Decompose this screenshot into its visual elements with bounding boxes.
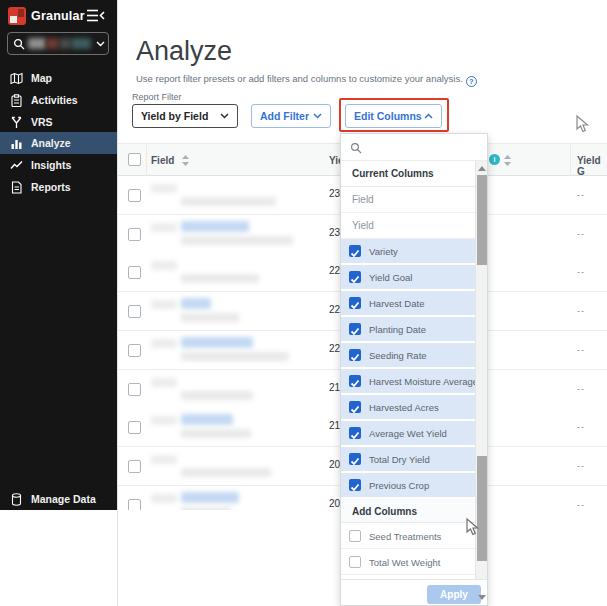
column-option-unchecked[interactable]: Total Wet Weight (341, 549, 475, 575)
sidebar-item-manage-data[interactable]: Manage Data (0, 488, 117, 510)
collapse-sidebar-icon[interactable] (87, 9, 105, 22)
column-option-checked[interactable]: Previous Crop (341, 473, 475, 497)
row-checkbox[interactable] (128, 189, 141, 202)
page-title: Analyze (136, 36, 232, 67)
checkbox-checked[interactable] (349, 297, 361, 309)
checkbox-checked[interactable] (349, 427, 361, 439)
info-icon[interactable]: i (489, 154, 500, 165)
row-checkbox[interactable] (128, 228, 141, 241)
fixed-column-field: Field (341, 187, 475, 213)
scrollbar-thumb[interactable] (477, 175, 487, 265)
yield-value: 22 (329, 265, 340, 276)
column-option-checked[interactable]: Variety (341, 239, 475, 263)
column-option-unchecked[interactable]: Seed Treatments (341, 523, 475, 549)
column-option-checked[interactable]: Harvest Moisture Average (341, 369, 475, 393)
yield-value: 20 (329, 498, 340, 509)
yield-goal-value: -- (577, 229, 585, 239)
check-icon (349, 351, 361, 363)
column-option-label: Average Wet Yield (369, 428, 447, 439)
report-filter-preset-select[interactable]: Yield by Field (132, 104, 238, 128)
redacted-field-text (181, 468, 271, 477)
granular-logo-icon (8, 7, 26, 25)
redacted-field-link (181, 298, 211, 309)
scroll-up-icon[interactable] (478, 166, 486, 171)
checkbox-checked[interactable] (349, 479, 361, 491)
row-checkbox[interactable] (128, 499, 141, 510)
chevron-down-icon (96, 41, 105, 47)
row-checkbox[interactable] (128, 460, 141, 473)
row-checkbox[interactable] (128, 266, 141, 279)
sidebar-item-insights[interactable]: Insights (0, 154, 117, 176)
vrs-branch-icon (10, 116, 23, 129)
sidebar-item-activities[interactable]: Activities (0, 89, 117, 111)
chevron-down-icon (313, 113, 322, 119)
checkbox-checked[interactable] (349, 323, 361, 335)
checkbox-checked[interactable] (349, 401, 361, 413)
apply-button[interactable]: Apply (427, 585, 481, 604)
sort-icon[interactable] (182, 155, 189, 166)
row-checkbox[interactable] (128, 383, 141, 396)
scrollbar-thumb[interactable] (477, 456, 487, 561)
checkbox-unchecked[interactable] (349, 530, 361, 542)
map-icon (10, 72, 23, 85)
column-header-field[interactable]: Field (151, 155, 174, 166)
yield-value: 21 (329, 382, 340, 393)
row-checkbox[interactable] (128, 305, 141, 318)
column-option-label: Variety (369, 246, 398, 257)
yield-goal-value: -- (577, 267, 585, 277)
checkbox-unchecked[interactable] (349, 556, 361, 568)
check-icon (349, 325, 361, 337)
column-option-checked[interactable]: Seeding Rate (341, 343, 475, 367)
row-checkbox[interactable] (128, 344, 141, 357)
sort-icon[interactable] (504, 155, 511, 166)
checkbox-checked[interactable] (349, 271, 361, 283)
columns-search-input[interactable] (341, 134, 487, 161)
sidebar-item-analyze[interactable]: Analyze (0, 132, 117, 154)
sidebar-item-vrs[interactable]: VRS (0, 111, 117, 133)
redacted-field-text (151, 455, 177, 464)
column-option-checked[interactable]: Harvested Acres (341, 395, 475, 419)
yield-goal-value: -- (577, 461, 585, 471)
column-option-checked[interactable]: Average Wet Yield (341, 421, 475, 445)
yield-goal-value: -- (577, 345, 585, 355)
checkbox-checked[interactable] (349, 349, 361, 361)
column-option-label: Previous Crop (369, 480, 429, 491)
column-option-checked[interactable]: Yield Goal (341, 265, 475, 289)
check-icon (349, 481, 361, 493)
select-all-checkbox[interactable] (128, 153, 141, 166)
report-filter-label: Report Filter (132, 92, 182, 102)
sidebar-item-map[interactable]: Map (0, 67, 117, 89)
document-icon (10, 181, 23, 194)
sidebar-search-input[interactable] (7, 32, 109, 55)
search-icon (350, 142, 362, 154)
redacted-field-text (181, 352, 289, 361)
column-option-checked[interactable]: Harvest Date (341, 291, 475, 315)
sidebar-item-reports[interactable]: Reports (0, 176, 117, 198)
redacted-search-text (28, 38, 46, 49)
chevron-down-icon (220, 113, 229, 119)
add-filter-button[interactable]: Add Filter (251, 104, 331, 128)
yield-value: 20 (329, 459, 340, 470)
sidebar-item-label: Insights (31, 159, 71, 171)
column-header-yield-goal[interactable]: Yield G (577, 155, 607, 177)
edit-columns-button[interactable]: Edit Columns (345, 104, 442, 128)
checkbox-checked[interactable] (349, 245, 361, 257)
column-option-label: Yield Goal (369, 272, 412, 283)
column-option-label: Seeding Rate (369, 350, 427, 361)
row-checkbox[interactable] (128, 421, 141, 434)
checkbox-checked[interactable] (349, 375, 361, 387)
panel-scrollbar[interactable] (475, 161, 487, 579)
column-option-checked[interactable]: Total Dry Yield (341, 447, 475, 471)
scroll-down-icon[interactable] (478, 595, 486, 600)
redacted-field-text (151, 416, 177, 425)
column-option-checked[interactable]: Planting Date (341, 317, 475, 341)
sidebar-item-label: Manage Data (31, 493, 96, 505)
chevron-up-icon (424, 113, 433, 119)
search-icon (13, 38, 25, 50)
trend-line-icon (10, 159, 23, 172)
yield-goal-value: -- (577, 306, 585, 316)
help-icon[interactable]: ? (466, 76, 477, 87)
redacted-field-link (181, 492, 239, 503)
checkbox-checked[interactable] (349, 453, 361, 465)
redacted-field-text (181, 313, 239, 322)
